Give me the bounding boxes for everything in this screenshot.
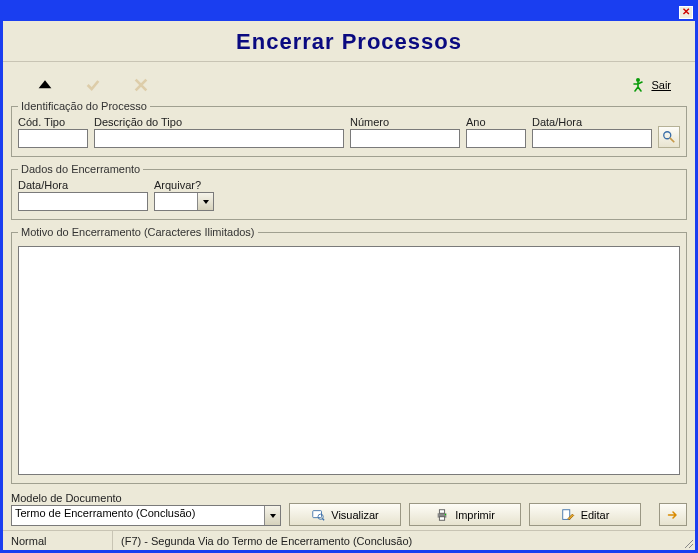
cancel-icon [133, 77, 149, 93]
svg-line-3 [670, 138, 674, 142]
identificacao-legend: Identificação do Processo [18, 100, 150, 112]
svg-marker-5 [270, 514, 276, 518]
descricao-tipo-input[interactable] [94, 129, 344, 148]
descricao-tipo-label: Descrição do Tipo [94, 116, 344, 128]
arquivar-label: Arquivar? [154, 179, 214, 191]
exit-button[interactable]: Sair [629, 76, 685, 94]
svg-point-2 [664, 132, 671, 139]
ano-label: Ano [466, 116, 526, 128]
imprimir-label: Imprimir [455, 509, 495, 521]
svg-marker-4 [203, 200, 209, 204]
visualizar-button[interactable]: Visualizar [289, 503, 401, 526]
chevron-down-icon[interactable] [264, 506, 280, 525]
search-icon [662, 130, 676, 144]
arquivar-select[interactable] [154, 192, 214, 211]
modelo-value: Termo de Encerramento (Conclusão) [12, 506, 264, 525]
next-button[interactable] [659, 503, 687, 526]
svg-point-12 [445, 513, 446, 514]
edit-icon [561, 508, 575, 522]
encerramento-legend: Dados do Encerramento [18, 163, 143, 175]
exit-label: Sair [651, 79, 671, 91]
svg-line-15 [689, 544, 693, 548]
statusbar: Normal (F7) - Segunda Via do Termo de En… [3, 530, 695, 550]
header: Encerrar Processos [3, 21, 695, 62]
content-area: Identificação do Processo Cód. Tipo Desc… [3, 100, 695, 530]
svg-line-8 [323, 518, 325, 520]
chevron-down-icon[interactable] [197, 193, 213, 210]
print-icon [435, 508, 449, 522]
modelo-label: Modelo de Documento [11, 492, 281, 504]
bottom-row: Modelo de Documento Termo de Encerrament… [11, 490, 687, 530]
svg-line-14 [685, 540, 693, 548]
enc-datahora-input[interactable] [18, 192, 148, 211]
nav-up-icon[interactable] [37, 77, 53, 93]
ano-input[interactable] [466, 129, 526, 148]
close-icon: ✕ [682, 7, 690, 17]
close-button[interactable]: ✕ [679, 6, 693, 19]
arquivar-value [155, 193, 197, 210]
page-title: Encerrar Processos [3, 29, 695, 55]
motivo-fieldset: Motivo do Encerramento (Caracteres Ilimi… [11, 226, 687, 484]
editar-label: Editar [581, 509, 610, 521]
motivo-textarea[interactable] [18, 246, 680, 475]
status-hint: (F7) - Segunda Via do Termo de Encerrame… [113, 531, 679, 550]
motivo-legend: Motivo do Encerramento (Caracteres Ilimi… [18, 226, 258, 238]
datahora-input[interactable] [532, 129, 652, 148]
titlebar: ✕ [3, 3, 695, 21]
numero-label: Número [350, 116, 460, 128]
encerramento-fieldset: Dados do Encerramento Data/Hora Arquivar… [11, 163, 687, 220]
preview-icon [311, 508, 325, 522]
svg-rect-10 [440, 509, 445, 513]
numero-input[interactable] [350, 129, 460, 148]
status-mode: Normal [3, 531, 113, 550]
exit-icon [629, 76, 647, 94]
cod-tipo-label: Cód. Tipo [18, 116, 88, 128]
editar-button[interactable]: Editar [529, 503, 641, 526]
app-window: ✕ Encerrar Processos Sair [0, 0, 698, 553]
arrow-right-icon [665, 509, 681, 521]
identificacao-fieldset: Identificação do Processo Cód. Tipo Desc… [11, 100, 687, 157]
enc-datahora-label: Data/Hora [18, 179, 148, 191]
lookup-button[interactable] [658, 126, 680, 148]
svg-marker-0 [39, 80, 52, 88]
visualizar-label: Visualizar [331, 509, 379, 521]
imprimir-button[interactable]: Imprimir [409, 503, 521, 526]
svg-rect-11 [440, 516, 445, 520]
confirm-icon [85, 77, 101, 93]
datahora-label: Data/Hora [532, 116, 652, 128]
resize-grip-icon [682, 537, 694, 549]
toolbar: Sair [3, 62, 695, 100]
modelo-select[interactable]: Termo de Encerramento (Conclusão) [11, 505, 281, 526]
resize-grip[interactable] [679, 531, 695, 550]
cod-tipo-input[interactable] [18, 129, 88, 148]
